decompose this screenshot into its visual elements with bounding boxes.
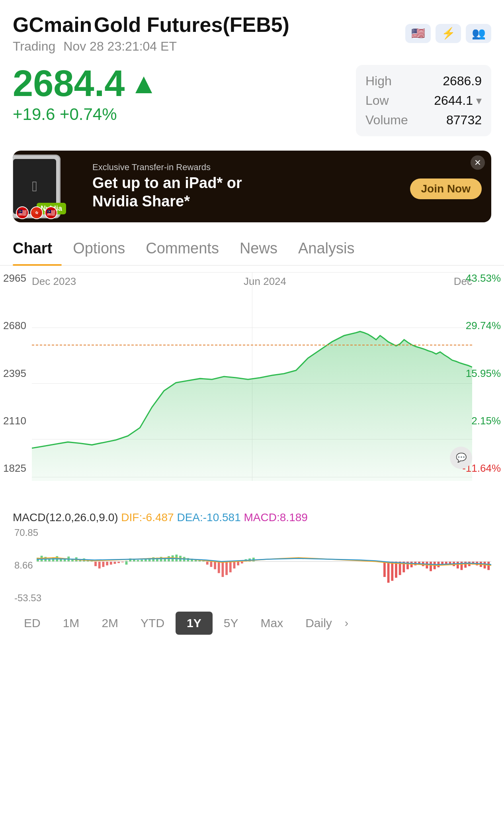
svg-rect-26	[137, 560, 139, 561]
ad-subtitle: Exclusive Transfer-in Rewards	[92, 162, 402, 173]
header-icons: 🇺🇸 ⚡ 👥	[405, 24, 491, 43]
tab-options[interactable]: Options	[73, 237, 135, 265]
chart-pct-labels: 43.53% 29.74% 15.95% 2.15% -11.64%	[462, 266, 501, 481]
price-left: 2684.4 ▲ +19.6 +0.74%	[13, 65, 158, 124]
macd-chart: 70.85 8.66 -53.53	[13, 526, 491, 605]
macd-dif-label: DIF:	[121, 511, 142, 524]
volume-value: 87732	[446, 113, 482, 128]
svg-rect-84	[487, 561, 490, 570]
time-btn-2m[interactable]: 2M	[90, 612, 129, 635]
macd-dea-label: DEA:	[177, 511, 203, 524]
price-change: +19.6 +0.74%	[13, 105, 158, 124]
time-btn-daily[interactable]: Daily	[294, 612, 343, 635]
svg-rect-49	[225, 561, 228, 575]
low-label: Low	[365, 93, 389, 108]
dropdown-arrow-icon[interactable]: ▾	[476, 94, 482, 107]
svg-rect-78	[464, 561, 467, 567]
price-chart-svg	[32, 272, 472, 481]
svg-rect-59	[391, 561, 393, 581]
ad-content: Exclusive Transfer-in Rewards Get up to …	[84, 156, 410, 217]
price-chart[interactable]: 2965 2680 2395 2110 1825 43.53% 29.74% 1…	[0, 266, 504, 505]
chart-area-fill	[32, 332, 472, 481]
header: GCmain Gold Futures(FEB5) Trading Nov 28…	[0, 0, 504, 57]
flag-hk: 🇭🇰	[30, 206, 43, 219]
svg-rect-52	[237, 561, 239, 565]
ad-close-button[interactable]: ×	[471, 155, 485, 170]
macd-svg	[37, 526, 491, 605]
svg-rect-45	[210, 561, 213, 567]
high-value: 2686.9	[443, 74, 482, 88]
time-btn-1y[interactable]: 1Y	[176, 612, 213, 635]
macd-y-bot: -53.53	[14, 592, 41, 604]
svg-rect-46	[214, 561, 216, 569]
svg-rect-7	[64, 559, 66, 562]
time-selector: ED 1M 2M YTD 1Y 5Y Max Daily ›	[0, 605, 504, 641]
chart-svg-container	[32, 272, 472, 481]
macd-dea-value: -10.581	[203, 511, 241, 524]
y-label-0: 2965	[3, 272, 26, 284]
time-btn-ytd[interactable]: YTD	[129, 612, 176, 635]
tab-chart[interactable]: Chart	[13, 237, 62, 265]
trading-status: Trading	[13, 39, 55, 54]
high-row: High 2686.9	[365, 71, 482, 91]
ad-banner[interactable]: ×  Nvidia 🇲🇾 🇭🇰 🇲🇾 Exclusive Transfer-i…	[13, 151, 491, 222]
price-section: 2684.4 ▲ +19.6 +0.74% High 2686.9 Low 26…	[0, 57, 504, 144]
flag-my2: 🇲🇾	[45, 206, 57, 219]
macd-macd-label: MACD:	[244, 511, 280, 524]
macd-y-mid: 8.66	[14, 560, 41, 571]
time-btn-5y[interactable]: 5Y	[213, 612, 250, 635]
svg-rect-69	[430, 561, 432, 571]
pct-label-0: 43.53%	[462, 272, 501, 284]
ad-title: Get up to an iPad* or Nvidia Share*	[92, 174, 402, 210]
tab-analysis[interactable]: Analysis	[298, 237, 364, 265]
trading-datetime: Nov 28 23:21:04 ET	[63, 39, 177, 54]
flag-icon[interactable]: 🇺🇸	[405, 24, 431, 43]
pct-label-1: 29.74%	[462, 320, 501, 332]
svg-rect-44	[206, 561, 209, 565]
time-btn-max[interactable]: Max	[249, 612, 294, 635]
group-icon[interactable]: 👥	[466, 24, 491, 43]
tab-comments[interactable]: Comments	[146, 237, 229, 265]
y-label-3: 2110	[3, 415, 26, 427]
svg-rect-47	[218, 561, 220, 573]
svg-rect-50	[229, 561, 232, 572]
pct-label-3: 2.15%	[462, 415, 501, 427]
price-stats: High 2686.9 Low 2644.1 ▾ Volume 87732	[356, 65, 491, 136]
svg-rect-19	[110, 561, 112, 565]
chart-bubble-icon[interactable]: 💬	[450, 447, 472, 469]
svg-rect-48	[222, 561, 224, 577]
chart-area: 2965 2680 2395 2110 1825 43.53% 29.74% 1…	[0, 266, 504, 505]
page-title: GCmain Gold Futures(FEB5)	[13, 13, 289, 37]
svg-rect-60	[395, 561, 397, 578]
svg-rect-53	[241, 561, 243, 563]
pct-label-2: 15.95%	[462, 367, 501, 380]
price-up-arrow: ▲	[129, 69, 158, 98]
svg-rect-21	[117, 561, 120, 563]
tab-news[interactable]: News	[240, 237, 287, 265]
chart-reference-line	[32, 345, 472, 345]
svg-rect-15	[94, 561, 97, 566]
bolt-icon[interactable]: ⚡	[436, 24, 461, 43]
macd-y-top: 70.85	[14, 527, 41, 538]
time-chevron-icon[interactable]: ›	[345, 617, 348, 630]
y-label-2: 2395	[3, 367, 26, 380]
time-btn-ed[interactable]: ED	[13, 612, 52, 635]
svg-rect-57	[383, 561, 386, 577]
svg-rect-58	[387, 561, 390, 583]
y-label-4: 1825	[3, 462, 26, 475]
macd-title: MACD(12.0,26.0,9.0) DIF:-6.487 DEA:-10.5…	[13, 511, 491, 524]
ad-decoration:  Nvidia 🇲🇾 🇭🇰 🇲🇾	[13, 151, 84, 222]
svg-rect-18	[106, 561, 108, 565]
time-btn-1m[interactable]: 1M	[52, 612, 91, 635]
y-label-1: 2680	[3, 320, 26, 332]
svg-rect-76	[457, 561, 459, 568]
svg-rect-77	[461, 561, 463, 570]
low-row[interactable]: Low 2644.1 ▾	[365, 91, 482, 110]
macd-dif-value: -6.487	[142, 511, 174, 524]
volume-label: Volume	[365, 113, 408, 128]
volume-row: Volume 87732	[365, 110, 482, 130]
ad-flags: 🇲🇾 🇭🇰 🇲🇾	[16, 206, 57, 219]
svg-rect-27	[141, 559, 143, 561]
ad-join-button[interactable]: Join Now	[410, 178, 482, 199]
current-price: 2684.4 ▲	[13, 65, 158, 102]
